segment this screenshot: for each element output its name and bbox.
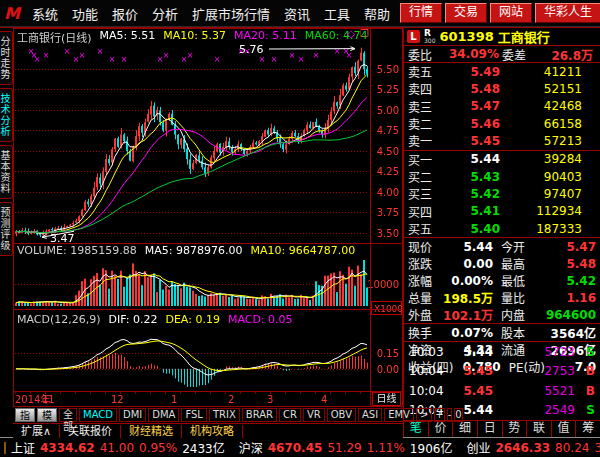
bid-price: 5.42 xyxy=(444,187,500,201)
indicator-tab-trix[interactable]: TRIX xyxy=(209,408,240,422)
bid-label: 买四 xyxy=(408,203,444,220)
bid-label: 买五 xyxy=(408,220,444,237)
quote-tab-6[interactable]: 值 xyxy=(552,421,577,437)
ask-volume: 42468 xyxy=(500,99,596,113)
indicator-tab-obv[interactable]: OBV xyxy=(327,408,356,422)
indicator-bar: 指标模板全部MACDDMIDMAFSLTRIXBRARCRVROBVASIEMV… xyxy=(13,407,403,423)
quote-tab-3[interactable]: 日 xyxy=(478,421,503,437)
menu-item-2[interactable]: 报价 xyxy=(105,4,145,23)
quote-tab-2[interactable]: 细 xyxy=(453,421,478,437)
chart-zoom-button-0[interactable]: + xyxy=(434,408,444,422)
indicator-tab-asi[interactable]: ASI xyxy=(358,408,382,422)
quick-button-2[interactable]: 网站 xyxy=(490,3,532,23)
ma10-value: MA10: 5.37 xyxy=(163,29,226,45)
info-value: 102.1万 xyxy=(438,306,493,323)
quote-tab-1[interactable]: 价 xyxy=(429,421,454,437)
info-value: 5.44 xyxy=(438,240,493,254)
indicator-tab-dma[interactable]: DMA xyxy=(148,408,179,422)
menu-item-5[interactable]: 资讯 xyxy=(277,4,317,23)
index-value: 4670.45 xyxy=(268,441,323,455)
indicator-tab-emv[interactable]: EMV xyxy=(384,408,414,422)
bid-row: 买四5.41112934 xyxy=(404,203,600,220)
bid-label: 买二 xyxy=(408,168,444,185)
info-label: 最高 xyxy=(501,255,541,272)
tick-price: 5.44 xyxy=(449,345,493,359)
bid-row: 买一5.4439284 xyxy=(404,151,600,168)
quote-tab-7[interactable]: 筹 xyxy=(576,421,600,437)
window-icon[interactable]: ❐ xyxy=(360,28,369,39)
tick-time: 10:04 xyxy=(409,364,449,378)
bid-volume: 97407 xyxy=(500,187,596,201)
menu-item-3[interactable]: 分析 xyxy=(145,4,185,23)
kline-chart-canvas[interactable] xyxy=(13,28,403,407)
index-value: 2646.33 xyxy=(495,441,550,455)
macd-name-label: MACD(12,26,9) xyxy=(17,313,101,326)
ask-row: 卖四5.4852151 xyxy=(404,80,600,97)
extended-tab-3[interactable]: 机构攻略 xyxy=(182,425,243,438)
market-status-icon[interactable] xyxy=(4,442,6,454)
extended-tab-0[interactable]: 扩展∧ xyxy=(13,425,60,438)
quote-tab-0[interactable]: 笔 xyxy=(404,421,429,437)
indicator-tab-cr[interactable]: CR xyxy=(279,408,301,422)
menu-item-0[interactable]: 系统 xyxy=(25,4,65,23)
info-value: 1.16 xyxy=(541,291,596,305)
quote-tab-bar: 笔价细日势联值筹 xyxy=(404,420,600,437)
side-tab-1[interactable]: 技术分析 xyxy=(0,88,13,142)
side-tab-0[interactable]: 分时走势 xyxy=(0,31,13,85)
index-quotes: 上证4334.6241.000.95%2433亿沪深4670.4551.291.… xyxy=(11,439,600,456)
index-quote: 创业2646.3380.243.13%354.2亿 xyxy=(466,439,600,456)
period-label[interactable]: 日线 xyxy=(372,392,401,406)
diamond-icon[interactable]: ◇ xyxy=(347,28,355,39)
quick-button-0[interactable]: 行情 xyxy=(400,3,442,23)
extended-tab-1[interactable]: 关联报价 xyxy=(60,425,121,438)
index-quote: 沪深4670.4551.291.11%1906亿 xyxy=(239,439,453,456)
menu-item-6[interactable]: 工具 xyxy=(317,4,357,23)
tick-row: 10:045.455521B xyxy=(404,381,600,400)
quote-tab-5[interactable]: 联 xyxy=(527,421,552,437)
indicator-tab-dmi[interactable]: DMI xyxy=(119,408,146,422)
chart-column: 工商银行(日线) MA5: 5.51 MA10: 5.37 MA20: 5.11… xyxy=(13,28,403,437)
bid-price: 5.44 xyxy=(444,152,500,166)
info-value: 0.00 xyxy=(438,257,493,271)
ask-volume: 57213 xyxy=(500,134,596,148)
ask-price: 5.45 xyxy=(444,134,500,148)
side-tab-2[interactable]: 基本资料 xyxy=(0,145,13,199)
bid-row: 买三5.4297407 xyxy=(404,185,600,202)
bid-label: 买三 xyxy=(408,185,444,202)
indicator-tab-macd[interactable]: MACD xyxy=(79,408,117,422)
index-amount: 2433亿 xyxy=(182,439,225,456)
quote-tab-4[interactable]: 势 xyxy=(503,421,528,437)
index-name: 沪深 xyxy=(239,439,263,456)
tick-price: 5.45 xyxy=(449,384,493,398)
indicator-tab-全部[interactable]: 全部 xyxy=(59,408,77,422)
stock-name: 工商银行 xyxy=(498,27,550,46)
ma20-value: MA20: 5.11 xyxy=(234,29,297,45)
index-flag-icon: R300 xyxy=(424,29,435,44)
ask-levels: 卖五5.4941211卖四5.4852151卖三5.4742468卖二5.466… xyxy=(404,63,600,151)
quote-info-grid: 现价5.44今开5.47涨跌0.00最高5.48涨幅0.00%最低5.42总量1… xyxy=(404,238,600,342)
menu-item-7[interactable]: 帮助 xyxy=(357,4,397,23)
quote-panel: L R300 601398 工商银行 委比 34.09% 委差 26.8万 卖五… xyxy=(403,28,600,437)
indicator-tab->[interactable]: > xyxy=(416,408,432,422)
stock-code: 601398 xyxy=(439,29,493,44)
quick-button-3[interactable]: 华彩人生 xyxy=(535,3,600,23)
indicator-button-1[interactable]: 模板 xyxy=(37,408,57,422)
chart-zoom-button-1[interactable]: - xyxy=(447,408,453,422)
menu-item-4[interactable]: 扩展市场行情 xyxy=(185,4,277,23)
info-row: 外盘102.1万内盘964600 xyxy=(404,306,600,323)
indicator-tab-brar[interactable]: BRAR xyxy=(242,408,277,422)
indicator-tab-vr[interactable]: VR xyxy=(303,408,325,422)
ask-volume: 41211 xyxy=(500,65,596,79)
menu-item-1[interactable]: 功能 xyxy=(65,4,105,23)
quick-button-1[interactable]: 交易 xyxy=(445,3,487,23)
weicha-label: 委差 xyxy=(502,46,526,63)
info-value: 198.5万 xyxy=(438,289,493,306)
indicator-tab-fsl[interactable]: FSL xyxy=(181,408,207,422)
market-flag-icon: L xyxy=(407,30,420,43)
extended-tab-2[interactable]: 财经精选 xyxy=(121,425,182,438)
side-tab-3[interactable]: 预测评级 xyxy=(0,202,13,256)
indicator-button-0[interactable]: 指标 xyxy=(15,408,35,422)
macd-value: MACD: 0.05 xyxy=(228,313,293,326)
weibi-value: 34.09% xyxy=(432,47,499,61)
chart-zoom-button-2[interactable]: 0 xyxy=(454,408,462,422)
